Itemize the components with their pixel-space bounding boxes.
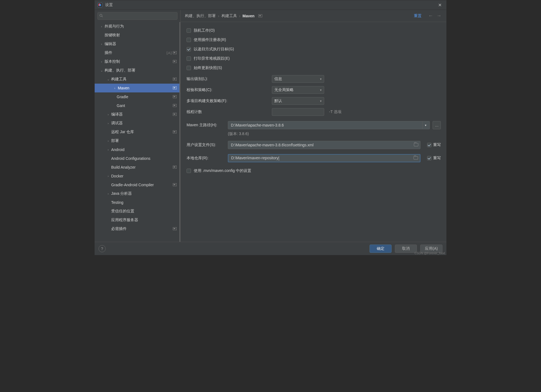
chevron-right-icon: › [113, 86, 117, 90]
sidebar-item-remotejar[interactable]: 远程 Jar 仓库 [95, 128, 179, 136]
watermark: CSDN @Forever_food [414, 251, 445, 255]
scope-icon [173, 227, 177, 231]
sidebar-item-label: Gant [117, 103, 172, 108]
sidebar-item-android-conf[interactable]: Android Configurations [95, 154, 179, 163]
help-button[interactable]: ? [99, 245, 106, 252]
chevron-down-icon: ⌄ [100, 69, 103, 72]
sidebar-item-vcs[interactable]: ›版本控制 [95, 57, 179, 66]
cancel-button[interactable]: 取消 [395, 245, 417, 253]
sidebar-item-label: 构建、执行、部署 [105, 68, 177, 73]
maven-config-label: 使用 .mvn/maven.config 中的设置 [194, 168, 251, 173]
sidebar-item-gant[interactable]: Gant [95, 101, 179, 110]
folder-icon[interactable] [413, 156, 419, 160]
scope-icon [173, 103, 177, 108]
chevron-right-icon: › [106, 122, 110, 125]
scope-icon [173, 183, 177, 187]
output-level-label: 输出级别(L): [187, 76, 269, 81]
threads-hint: -T 选项 [329, 109, 341, 114]
sidebar-item-docker[interactable]: ›Docker [95, 172, 179, 180]
back-icon[interactable]: ← [428, 13, 434, 19]
maven-config-checkbox[interactable] [187, 169, 191, 173]
settings-window: 设置 ✕ ›外观与行为 按键映射 ›编辑器 插件⁅A⁆ ›版本控制 ⌄构建、执行… [94, 0, 447, 255]
sidebar-item-maven[interactable]: ›Maven [95, 84, 179, 92]
scope-icon [173, 130, 177, 134]
sidebar-item-testing[interactable]: Testing [95, 198, 179, 207]
scope-icon [173, 165, 177, 169]
sidebar-item-label: 外观与行为 [105, 24, 177, 29]
close-icon[interactable]: ✕ [436, 2, 444, 8]
sidebar-item-label: 部署 [111, 138, 177, 143]
offline-checkbox[interactable] [187, 28, 191, 33]
window-title: 设置 [105, 2, 436, 7]
user-settings-input[interactable]: D:\Maven\apache-maven-3.8.6\conf\setting… [228, 141, 420, 149]
chevron-right-icon: › [100, 25, 103, 28]
maven-home-combo[interactable]: D:\Maven\apache-maven-3.8.6 ▾ [228, 121, 430, 129]
scope-icon [173, 95, 177, 99]
user-settings-value: D:\Maven\apache-maven-3.8.6\conf\setting… [231, 143, 413, 147]
sidebar-item-gradle[interactable]: Gradle [95, 92, 179, 101]
chevron-down-icon: ▾ [320, 88, 322, 92]
checksum-policy-select[interactable]: 无全局策略▾ [272, 86, 324, 94]
snapshot-checkbox[interactable] [187, 66, 191, 70]
registry-checkbox[interactable] [187, 38, 191, 42]
stacktrace-checkbox[interactable] [187, 56, 191, 61]
sidebar-item-label: Android Configurations [111, 156, 177, 161]
forward-icon[interactable]: → [436, 13, 442, 19]
breadcrumb-item[interactable]: 构建、执行、部署 [185, 13, 216, 18]
scope-icon [173, 86, 177, 90]
sidebar-item-label: Docker [111, 174, 177, 178]
folder-icon[interactable] [413, 143, 419, 147]
settings-tree: ›外观与行为 按键映射 ›编辑器 插件⁅A⁆ ›版本控制 ⌄构建、执行、部署 ⌄… [95, 22, 180, 242]
sidebar-item-keymap[interactable]: 按键映射 [95, 31, 179, 40]
sidebar-item-label: 按键映射 [105, 33, 177, 38]
sidebar-item-label: 插件 [105, 50, 164, 55]
user-settings-override-checkbox[interactable] [427, 143, 431, 147]
user-settings-label: 用户设置文件(S): [187, 142, 225, 147]
maven-form: 脱机工作(O) 使用插件注册表(R) 以递归方式执行目标(G) 打印异常堆栈跟踪… [181, 22, 446, 242]
search-input[interactable] [97, 12, 177, 20]
threads-input[interactable] [272, 108, 324, 116]
search-icon [99, 14, 103, 18]
content-header: 构建、执行、部署 › 构建工具 › Maven 重置 ← → [181, 10, 446, 22]
sidebar-item-build-analyzer[interactable]: Build Analyzer [95, 163, 179, 172]
reset-link[interactable]: 重置 [414, 13, 422, 18]
app-icon [97, 2, 102, 7]
local-repo-override-checkbox[interactable] [427, 156, 431, 160]
sidebar-item-label: 编辑器 [105, 42, 177, 46]
sidebar-item-appservers[interactable]: 应用程序服务器 [95, 216, 179, 224]
sidebar-item-appearance[interactable]: ›外观与行为 [95, 22, 179, 31]
scope-icon [173, 112, 177, 117]
sidebar-item-label: 调试器 [111, 121, 177, 126]
sidebar-item-label: Maven [118, 86, 172, 90]
sidebar-item-trusted[interactable]: 受信任的位置 [95, 207, 179, 216]
recursive-checkbox[interactable] [187, 47, 191, 51]
output-level-select[interactable]: 信息▾ [272, 75, 324, 83]
local-repo-label: 本地仓库(R): [187, 156, 225, 161]
sidebar-item-java-analyzer[interactable]: ›Java 分析器 [95, 189, 179, 198]
scope-icon [173, 51, 177, 55]
chevron-down-icon: ▾ [422, 121, 428, 129]
sidebar-item-required-plugins[interactable]: 必需插件 [95, 224, 179, 233]
local-repo-input[interactable]: D:\Maven\maven-repository [228, 154, 420, 162]
sidebar-item-label: Gradle [117, 95, 172, 99]
svg-line-4 [102, 16, 103, 17]
maven-home-browse-button[interactable]: … [433, 121, 441, 129]
sidebar-item-editor[interactable]: ›编辑器 [95, 40, 179, 48]
sidebar-item-compiler[interactable]: ›编译器 [95, 110, 179, 119]
chevron-down-icon: ▾ [320, 77, 322, 81]
sidebar-item-build[interactable]: ⌄构建、执行、部署 [95, 66, 179, 75]
snapshot-label: 始终更新快照(S) [194, 65, 222, 70]
content-panel: 构建、执行、部署 › 构建工具 › Maven 重置 ← → 脱机工作(O) 使… [181, 10, 446, 242]
sidebar-item-buildtools[interactable]: ⌄构建工具 [95, 75, 179, 84]
sidebar-item-debugger[interactable]: ›调试器 [95, 119, 179, 128]
sidebar-item-label: Android [111, 147, 177, 152]
breadcrumb-item[interactable]: 构建工具 [222, 13, 237, 18]
sidebar-item-label: Testing [111, 200, 177, 205]
sidebar-item-android[interactable]: ›Android [95, 145, 179, 154]
sidebar-item-deployment[interactable]: ›部署 [95, 136, 179, 145]
sidebar-item-gradle-android[interactable]: Gradle-Android Compiler [95, 180, 179, 189]
ok-button[interactable]: 确定 [370, 245, 392, 253]
fail-policy-select[interactable]: 默认▾ [272, 97, 324, 105]
fail-policy-label: 多项目构建失败策略(F): [187, 98, 269, 103]
sidebar-item-plugins[interactable]: 插件⁅A⁆ [95, 48, 179, 57]
